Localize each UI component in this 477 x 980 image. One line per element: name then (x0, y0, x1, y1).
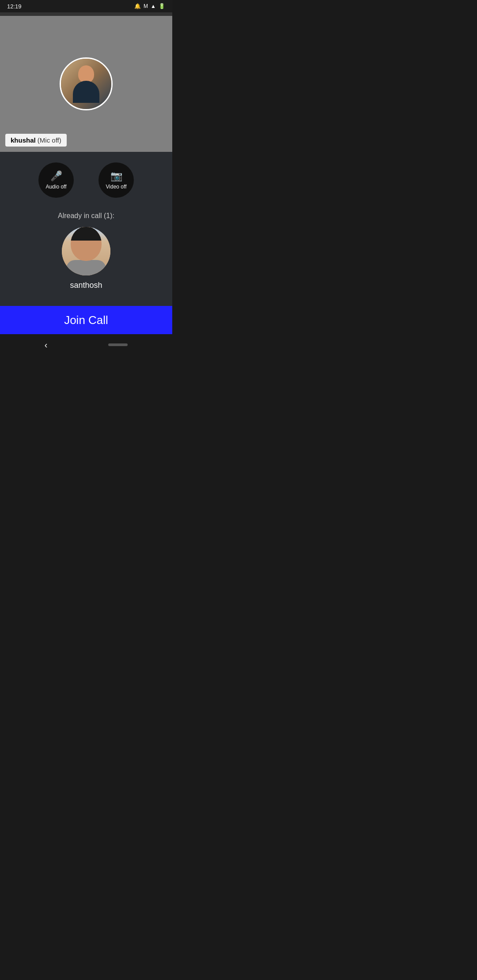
santhosh-head (71, 227, 102, 261)
video-btn-label: Video off (106, 184, 127, 190)
join-call-label: Join Call (64, 313, 108, 327)
audio-btn-label: Audio off (45, 184, 66, 190)
notification-icon: 🔔 (134, 3, 141, 9)
wifi-icon: ▲ (151, 3, 156, 9)
status-time: 12:19 (7, 3, 22, 10)
caller-head (78, 65, 94, 83)
caller-label: khushal (Mic off) (5, 134, 67, 147)
top-bar (0, 12, 172, 16)
caller-avatar-img (61, 59, 111, 109)
video-off-button[interactable]: 📷 Video off (98, 162, 134, 198)
santhosh-face (62, 227, 110, 275)
in-call-section: Already in call (1): santhosh (0, 212, 172, 290)
caller-avatar (60, 57, 113, 110)
back-button[interactable]: ‹ (45, 340, 48, 350)
santhosh-body (66, 260, 106, 275)
status-icons: 🔔 M ▲ 🔋 (134, 3, 165, 9)
controls-row: 🎤 Audio off 📷 Video off (38, 162, 134, 198)
nav-bar: ‹ (0, 334, 172, 355)
participant-avatar-img (62, 227, 110, 275)
gmail-icon: M (144, 3, 148, 9)
participant-avatar (62, 227, 110, 275)
caller-mic-status: (Mic off) (38, 136, 61, 144)
audio-icon: 🎤 (50, 170, 62, 182)
join-call-button[interactable]: Join Call (0, 306, 172, 334)
bottom-panel: 🎤 Audio off 📷 Video off Already in call … (0, 152, 172, 334)
caller-name: khushal (11, 136, 36, 144)
video-icon: 📷 (110, 170, 122, 182)
video-area: khushal (Mic off) (0, 16, 172, 152)
caller-body (73, 81, 99, 103)
home-indicator[interactable] (108, 343, 128, 346)
status-bar: 12:19 🔔 M ▲ 🔋 (0, 0, 172, 12)
audio-off-button[interactable]: 🎤 Audio off (38, 162, 74, 198)
in-call-header: Already in call (1): (58, 212, 114, 220)
participant-name: santhosh (70, 281, 102, 290)
battery-icon: 🔋 (159, 3, 165, 9)
santhosh-head-container (66, 227, 106, 275)
santhosh-hair (71, 227, 102, 241)
caller-person (73, 65, 99, 103)
